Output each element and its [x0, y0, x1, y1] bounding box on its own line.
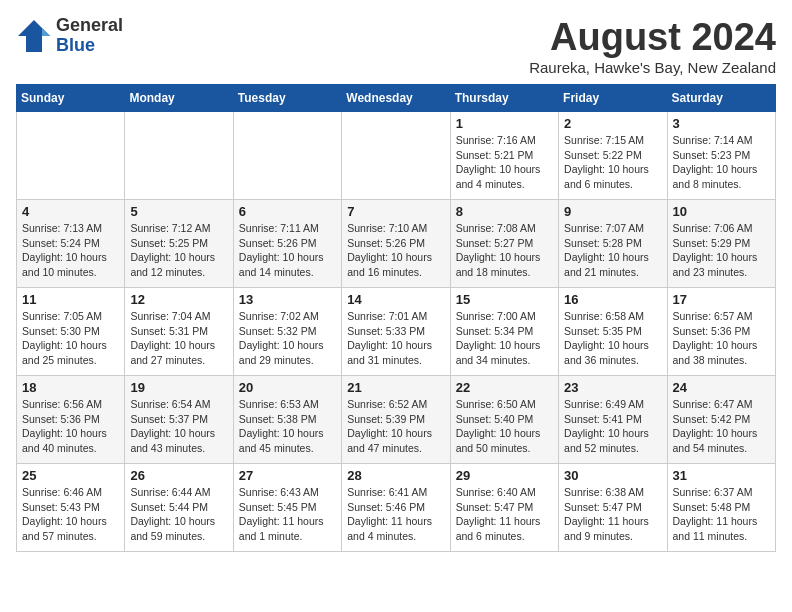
cell-week5-day0: 25Sunrise: 6:46 AM Sunset: 5:43 PM Dayli…: [17, 464, 125, 552]
day-info: Sunrise: 6:58 AM Sunset: 5:35 PM Dayligh…: [564, 309, 661, 368]
week-row-4: 18Sunrise: 6:56 AM Sunset: 5:36 PM Dayli…: [17, 376, 776, 464]
svg-marker-1: [42, 28, 50, 36]
month-title: August 2024: [529, 16, 776, 59]
cell-week1-day3: [342, 112, 450, 200]
cell-week1-day0: [17, 112, 125, 200]
day-info: Sunrise: 7:15 AM Sunset: 5:22 PM Dayligh…: [564, 133, 661, 192]
day-number: 6: [239, 204, 336, 219]
day-info: Sunrise: 6:47 AM Sunset: 5:42 PM Dayligh…: [673, 397, 770, 456]
calendar-header: SundayMondayTuesdayWednesdayThursdayFrid…: [17, 85, 776, 112]
cell-week3-day1: 12Sunrise: 7:04 AM Sunset: 5:31 PM Dayli…: [125, 288, 233, 376]
page-header: General Blue August 2024 Raureka, Hawke'…: [16, 16, 776, 76]
day-number: 19: [130, 380, 227, 395]
cell-week3-day0: 11Sunrise: 7:05 AM Sunset: 5:30 PM Dayli…: [17, 288, 125, 376]
week-row-3: 11Sunrise: 7:05 AM Sunset: 5:30 PM Dayli…: [17, 288, 776, 376]
header-thursday: Thursday: [450, 85, 558, 112]
day-number: 21: [347, 380, 444, 395]
cell-week5-day4: 29Sunrise: 6:40 AM Sunset: 5:47 PM Dayli…: [450, 464, 558, 552]
day-number: 5: [130, 204, 227, 219]
cell-week3-day4: 15Sunrise: 7:00 AM Sunset: 5:34 PM Dayli…: [450, 288, 558, 376]
day-number: 14: [347, 292, 444, 307]
day-number: 22: [456, 380, 553, 395]
cell-week2-day4: 8Sunrise: 7:08 AM Sunset: 5:27 PM Daylig…: [450, 200, 558, 288]
day-number: 13: [239, 292, 336, 307]
cell-week3-day2: 13Sunrise: 7:02 AM Sunset: 5:32 PM Dayli…: [233, 288, 341, 376]
day-info: Sunrise: 6:50 AM Sunset: 5:40 PM Dayligh…: [456, 397, 553, 456]
header-monday: Monday: [125, 85, 233, 112]
day-number: 2: [564, 116, 661, 131]
day-number: 17: [673, 292, 770, 307]
header-friday: Friday: [559, 85, 667, 112]
day-info: Sunrise: 6:46 AM Sunset: 5:43 PM Dayligh…: [22, 485, 119, 544]
day-number: 1: [456, 116, 553, 131]
day-info: Sunrise: 6:52 AM Sunset: 5:39 PM Dayligh…: [347, 397, 444, 456]
day-number: 12: [130, 292, 227, 307]
day-number: 31: [673, 468, 770, 483]
day-number: 9: [564, 204, 661, 219]
cell-week5-day6: 31Sunrise: 6:37 AM Sunset: 5:48 PM Dayli…: [667, 464, 775, 552]
cell-week5-day5: 30Sunrise: 6:38 AM Sunset: 5:47 PM Dayli…: [559, 464, 667, 552]
day-info: Sunrise: 7:02 AM Sunset: 5:32 PM Dayligh…: [239, 309, 336, 368]
day-info: Sunrise: 6:54 AM Sunset: 5:37 PM Dayligh…: [130, 397, 227, 456]
day-info: Sunrise: 7:11 AM Sunset: 5:26 PM Dayligh…: [239, 221, 336, 280]
cell-week4-day3: 21Sunrise: 6:52 AM Sunset: 5:39 PM Dayli…: [342, 376, 450, 464]
day-number: 15: [456, 292, 553, 307]
cell-week2-day3: 7Sunrise: 7:10 AM Sunset: 5:26 PM Daylig…: [342, 200, 450, 288]
day-info: Sunrise: 7:12 AM Sunset: 5:25 PM Dayligh…: [130, 221, 227, 280]
cell-week2-day6: 10Sunrise: 7:06 AM Sunset: 5:29 PM Dayli…: [667, 200, 775, 288]
day-info: Sunrise: 7:14 AM Sunset: 5:23 PM Dayligh…: [673, 133, 770, 192]
day-number: 11: [22, 292, 119, 307]
day-number: 28: [347, 468, 444, 483]
day-number: 16: [564, 292, 661, 307]
calendar-table: SundayMondayTuesdayWednesdayThursdayFrid…: [16, 84, 776, 552]
cell-week3-day5: 16Sunrise: 6:58 AM Sunset: 5:35 PM Dayli…: [559, 288, 667, 376]
logo: General Blue: [16, 16, 123, 56]
week-row-1: 1Sunrise: 7:16 AM Sunset: 5:21 PM Daylig…: [17, 112, 776, 200]
day-info: Sunrise: 6:43 AM Sunset: 5:45 PM Dayligh…: [239, 485, 336, 544]
subtitle: Raureka, Hawke's Bay, New Zealand: [529, 59, 776, 76]
day-info: Sunrise: 6:40 AM Sunset: 5:47 PM Dayligh…: [456, 485, 553, 544]
day-info: Sunrise: 7:04 AM Sunset: 5:31 PM Dayligh…: [130, 309, 227, 368]
cell-week5-day1: 26Sunrise: 6:44 AM Sunset: 5:44 PM Dayli…: [125, 464, 233, 552]
header-wednesday: Wednesday: [342, 85, 450, 112]
cell-week2-day5: 9Sunrise: 7:07 AM Sunset: 5:28 PM Daylig…: [559, 200, 667, 288]
cell-week3-day6: 17Sunrise: 6:57 AM Sunset: 5:36 PM Dayli…: [667, 288, 775, 376]
logo-blue-text: Blue: [56, 36, 123, 56]
day-info: Sunrise: 6:44 AM Sunset: 5:44 PM Dayligh…: [130, 485, 227, 544]
day-number: 25: [22, 468, 119, 483]
cell-week4-day1: 19Sunrise: 6:54 AM Sunset: 5:37 PM Dayli…: [125, 376, 233, 464]
cell-week5-day3: 28Sunrise: 6:41 AM Sunset: 5:46 PM Dayli…: [342, 464, 450, 552]
day-number: 10: [673, 204, 770, 219]
header-sunday: Sunday: [17, 85, 125, 112]
day-number: 23: [564, 380, 661, 395]
day-info: Sunrise: 7:16 AM Sunset: 5:21 PM Dayligh…: [456, 133, 553, 192]
cell-week5-day2: 27Sunrise: 6:43 AM Sunset: 5:45 PM Dayli…: [233, 464, 341, 552]
day-number: 26: [130, 468, 227, 483]
cell-week2-day2: 6Sunrise: 7:11 AM Sunset: 5:26 PM Daylig…: [233, 200, 341, 288]
cell-week1-day2: [233, 112, 341, 200]
day-info: Sunrise: 6:37 AM Sunset: 5:48 PM Dayligh…: [673, 485, 770, 544]
logo-general-text: General: [56, 16, 123, 36]
cell-week4-day4: 22Sunrise: 6:50 AM Sunset: 5:40 PM Dayli…: [450, 376, 558, 464]
logo-icon: [16, 18, 52, 54]
cell-week1-day6: 3Sunrise: 7:14 AM Sunset: 5:23 PM Daylig…: [667, 112, 775, 200]
cell-week2-day1: 5Sunrise: 7:12 AM Sunset: 5:25 PM Daylig…: [125, 200, 233, 288]
day-info: Sunrise: 7:06 AM Sunset: 5:29 PM Dayligh…: [673, 221, 770, 280]
cell-week1-day1: [125, 112, 233, 200]
cell-week4-day6: 24Sunrise: 6:47 AM Sunset: 5:42 PM Dayli…: [667, 376, 775, 464]
day-number: 18: [22, 380, 119, 395]
day-number: 29: [456, 468, 553, 483]
day-info: Sunrise: 6:53 AM Sunset: 5:38 PM Dayligh…: [239, 397, 336, 456]
header-row: SundayMondayTuesdayWednesdayThursdayFrid…: [17, 85, 776, 112]
day-info: Sunrise: 6:41 AM Sunset: 5:46 PM Dayligh…: [347, 485, 444, 544]
header-tuesday: Tuesday: [233, 85, 341, 112]
title-area: August 2024 Raureka, Hawke's Bay, New Ze…: [529, 16, 776, 76]
day-number: 24: [673, 380, 770, 395]
day-info: Sunrise: 7:10 AM Sunset: 5:26 PM Dayligh…: [347, 221, 444, 280]
calendar-body: 1Sunrise: 7:16 AM Sunset: 5:21 PM Daylig…: [17, 112, 776, 552]
day-info: Sunrise: 7:08 AM Sunset: 5:27 PM Dayligh…: [456, 221, 553, 280]
day-number: 30: [564, 468, 661, 483]
day-number: 20: [239, 380, 336, 395]
cell-week3-day3: 14Sunrise: 7:01 AM Sunset: 5:33 PM Dayli…: [342, 288, 450, 376]
week-row-2: 4Sunrise: 7:13 AM Sunset: 5:24 PM Daylig…: [17, 200, 776, 288]
